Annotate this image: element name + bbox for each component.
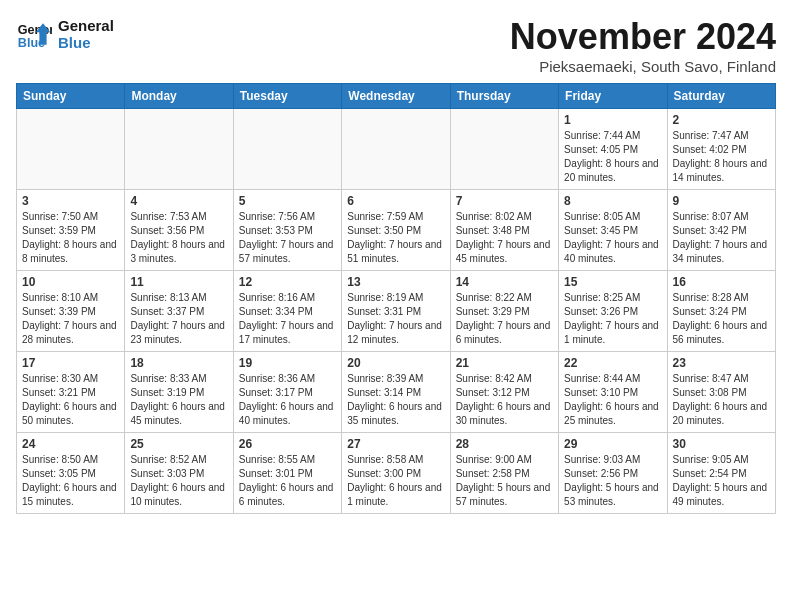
calendar-cell: 15Sunrise: 8:25 AM Sunset: 3:26 PM Dayli… [559, 271, 667, 352]
calendar-week-row: 1Sunrise: 7:44 AM Sunset: 4:05 PM Daylig… [17, 109, 776, 190]
calendar-cell: 7Sunrise: 8:02 AM Sunset: 3:48 PM Daylig… [450, 190, 558, 271]
day-info: Sunrise: 8:44 AM Sunset: 3:10 PM Dayligh… [564, 372, 661, 428]
day-info: Sunrise: 7:53 AM Sunset: 3:56 PM Dayligh… [130, 210, 227, 266]
calendar-cell: 8Sunrise: 8:05 AM Sunset: 3:45 PM Daylig… [559, 190, 667, 271]
day-number: 9 [673, 194, 770, 208]
weekday-header-monday: Monday [125, 84, 233, 109]
day-info: Sunrise: 7:47 AM Sunset: 4:02 PM Dayligh… [673, 129, 770, 185]
calendar-cell: 24Sunrise: 8:50 AM Sunset: 3:05 PM Dayli… [17, 433, 125, 514]
day-number: 16 [673, 275, 770, 289]
calendar-cell: 19Sunrise: 8:36 AM Sunset: 3:17 PM Dayli… [233, 352, 341, 433]
day-info: Sunrise: 8:39 AM Sunset: 3:14 PM Dayligh… [347, 372, 444, 428]
day-number: 13 [347, 275, 444, 289]
logo-general: General [58, 17, 114, 34]
day-info: Sunrise: 8:58 AM Sunset: 3:00 PM Dayligh… [347, 453, 444, 509]
day-number: 22 [564, 356, 661, 370]
day-info: Sunrise: 9:05 AM Sunset: 2:54 PM Dayligh… [673, 453, 770, 509]
calendar-cell: 16Sunrise: 8:28 AM Sunset: 3:24 PM Dayli… [667, 271, 775, 352]
month-title: November 2024 [510, 16, 776, 58]
day-info: Sunrise: 9:00 AM Sunset: 2:58 PM Dayligh… [456, 453, 553, 509]
day-info: Sunrise: 8:42 AM Sunset: 3:12 PM Dayligh… [456, 372, 553, 428]
logo: General Blue General Blue [16, 16, 114, 52]
day-info: Sunrise: 8:22 AM Sunset: 3:29 PM Dayligh… [456, 291, 553, 347]
day-info: Sunrise: 8:19 AM Sunset: 3:31 PM Dayligh… [347, 291, 444, 347]
location-subtitle: Pieksaemaeki, South Savo, Finland [510, 58, 776, 75]
calendar-cell: 23Sunrise: 8:47 AM Sunset: 3:08 PM Dayli… [667, 352, 775, 433]
weekday-header-thursday: Thursday [450, 84, 558, 109]
calendar-cell: 17Sunrise: 8:30 AM Sunset: 3:21 PM Dayli… [17, 352, 125, 433]
calendar-cell [17, 109, 125, 190]
day-number: 20 [347, 356, 444, 370]
day-number: 17 [22, 356, 119, 370]
day-info: Sunrise: 7:50 AM Sunset: 3:59 PM Dayligh… [22, 210, 119, 266]
day-info: Sunrise: 8:33 AM Sunset: 3:19 PM Dayligh… [130, 372, 227, 428]
day-number: 18 [130, 356, 227, 370]
weekday-header-row: SundayMondayTuesdayWednesdayThursdayFrid… [17, 84, 776, 109]
day-info: Sunrise: 8:16 AM Sunset: 3:34 PM Dayligh… [239, 291, 336, 347]
weekday-header-friday: Friday [559, 84, 667, 109]
day-number: 25 [130, 437, 227, 451]
day-info: Sunrise: 8:55 AM Sunset: 3:01 PM Dayligh… [239, 453, 336, 509]
day-number: 10 [22, 275, 119, 289]
day-info: Sunrise: 7:56 AM Sunset: 3:53 PM Dayligh… [239, 210, 336, 266]
calendar-cell [125, 109, 233, 190]
calendar-cell: 10Sunrise: 8:10 AM Sunset: 3:39 PM Dayli… [17, 271, 125, 352]
calendar-cell: 14Sunrise: 8:22 AM Sunset: 3:29 PM Dayli… [450, 271, 558, 352]
calendar-cell: 25Sunrise: 8:52 AM Sunset: 3:03 PM Dayli… [125, 433, 233, 514]
day-info: Sunrise: 7:44 AM Sunset: 4:05 PM Dayligh… [564, 129, 661, 185]
day-info: Sunrise: 8:25 AM Sunset: 3:26 PM Dayligh… [564, 291, 661, 347]
day-info: Sunrise: 8:07 AM Sunset: 3:42 PM Dayligh… [673, 210, 770, 266]
calendar-cell: 18Sunrise: 8:33 AM Sunset: 3:19 PM Dayli… [125, 352, 233, 433]
day-info: Sunrise: 8:13 AM Sunset: 3:37 PM Dayligh… [130, 291, 227, 347]
calendar-cell: 5Sunrise: 7:56 AM Sunset: 3:53 PM Daylig… [233, 190, 341, 271]
calendar-cell: 26Sunrise: 8:55 AM Sunset: 3:01 PM Dayli… [233, 433, 341, 514]
day-number: 21 [456, 356, 553, 370]
calendar-cell: 21Sunrise: 8:42 AM Sunset: 3:12 PM Dayli… [450, 352, 558, 433]
calendar-cell [450, 109, 558, 190]
day-info: Sunrise: 9:03 AM Sunset: 2:56 PM Dayligh… [564, 453, 661, 509]
logo-icon: General Blue [16, 16, 52, 52]
day-info: Sunrise: 8:47 AM Sunset: 3:08 PM Dayligh… [673, 372, 770, 428]
calendar-week-row: 24Sunrise: 8:50 AM Sunset: 3:05 PM Dayli… [17, 433, 776, 514]
day-info: Sunrise: 8:36 AM Sunset: 3:17 PM Dayligh… [239, 372, 336, 428]
day-number: 7 [456, 194, 553, 208]
day-info: Sunrise: 8:05 AM Sunset: 3:45 PM Dayligh… [564, 210, 661, 266]
day-number: 27 [347, 437, 444, 451]
calendar-cell: 1Sunrise: 7:44 AM Sunset: 4:05 PM Daylig… [559, 109, 667, 190]
day-number: 26 [239, 437, 336, 451]
day-number: 12 [239, 275, 336, 289]
day-number: 23 [673, 356, 770, 370]
day-number: 4 [130, 194, 227, 208]
calendar-cell: 4Sunrise: 7:53 AM Sunset: 3:56 PM Daylig… [125, 190, 233, 271]
day-info: Sunrise: 8:30 AM Sunset: 3:21 PM Dayligh… [22, 372, 119, 428]
day-number: 6 [347, 194, 444, 208]
day-number: 1 [564, 113, 661, 127]
calendar-cell: 9Sunrise: 8:07 AM Sunset: 3:42 PM Daylig… [667, 190, 775, 271]
calendar-cell: 30Sunrise: 9:05 AM Sunset: 2:54 PM Dayli… [667, 433, 775, 514]
calendar-week-row: 10Sunrise: 8:10 AM Sunset: 3:39 PM Dayli… [17, 271, 776, 352]
day-number: 14 [456, 275, 553, 289]
day-number: 29 [564, 437, 661, 451]
calendar-week-row: 17Sunrise: 8:30 AM Sunset: 3:21 PM Dayli… [17, 352, 776, 433]
calendar-header: SundayMondayTuesdayWednesdayThursdayFrid… [17, 84, 776, 109]
day-number: 5 [239, 194, 336, 208]
day-info: Sunrise: 8:10 AM Sunset: 3:39 PM Dayligh… [22, 291, 119, 347]
day-number: 15 [564, 275, 661, 289]
calendar-cell: 13Sunrise: 8:19 AM Sunset: 3:31 PM Dayli… [342, 271, 450, 352]
day-info: Sunrise: 8:28 AM Sunset: 3:24 PM Dayligh… [673, 291, 770, 347]
day-number: 30 [673, 437, 770, 451]
logo-blue: Blue [58, 34, 114, 51]
day-number: 24 [22, 437, 119, 451]
day-info: Sunrise: 7:59 AM Sunset: 3:50 PM Dayligh… [347, 210, 444, 266]
calendar-cell: 22Sunrise: 8:44 AM Sunset: 3:10 PM Dayli… [559, 352, 667, 433]
calendar-cell: 2Sunrise: 7:47 AM Sunset: 4:02 PM Daylig… [667, 109, 775, 190]
calendar-week-row: 3Sunrise: 7:50 AM Sunset: 3:59 PM Daylig… [17, 190, 776, 271]
calendar-cell [342, 109, 450, 190]
weekday-header-wednesday: Wednesday [342, 84, 450, 109]
day-number: 3 [22, 194, 119, 208]
calendar-cell: 20Sunrise: 8:39 AM Sunset: 3:14 PM Dayli… [342, 352, 450, 433]
calendar-cell: 3Sunrise: 7:50 AM Sunset: 3:59 PM Daylig… [17, 190, 125, 271]
weekday-header-tuesday: Tuesday [233, 84, 341, 109]
calendar-body: 1Sunrise: 7:44 AM Sunset: 4:05 PM Daylig… [17, 109, 776, 514]
day-info: Sunrise: 8:52 AM Sunset: 3:03 PM Dayligh… [130, 453, 227, 509]
